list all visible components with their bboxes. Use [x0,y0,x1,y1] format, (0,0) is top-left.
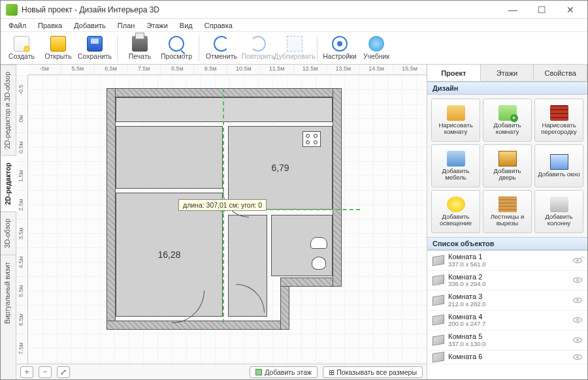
magnifier-icon [169,36,184,52]
ruler-vertical: -0.50м0.5м 1.5м2.5м3.5м 4.5м5.5м6.5м 7.5… [16,75,28,364]
maximize-button[interactable]: ☐ [527,1,556,19]
visibility-icon[interactable] [573,298,582,303]
window-icon [550,154,568,170]
help-icon [368,36,384,52]
zoom-fit-button[interactable]: ⤢ [57,366,70,378]
tool-add-window[interactable]: Добавить окно [534,144,583,187]
separator [317,35,318,61]
workspace: -5м5.5м6.5м 7.5м8.5м9.5м 10.5м11.5м12.5м… [16,65,427,379]
tool-stairs[interactable]: Лестницы и вырезы [483,190,532,233]
cube-icon [433,334,444,345]
bulb-icon [447,197,465,212]
new-icon [14,36,29,52]
menu-help[interactable]: Справка [199,20,238,31]
tool-grid: Нарисовать комнату Добавить комнату Нари… [427,95,587,237]
list-item[interactable]: Комната 6 [427,351,587,364]
list-item[interactable]: Комната 2336.0 x 294.0 [427,271,587,291]
save-icon [87,36,103,52]
tool-add-furniture[interactable]: Добавить мебель [431,144,480,187]
tab-2d-editor[interactable]: 2D-редактор [1,155,16,212]
tool-draw-room[interactable]: Нарисовать комнату [431,99,480,142]
minimize-button[interactable]: — [498,1,527,19]
tab-3d-view[interactable]: 3D-обзор [1,212,16,255]
list-item[interactable]: Комната 5337.0 x 130.0 [427,330,587,351]
tool-draw-wall[interactable]: Нарисовать перегородку [534,99,583,142]
show-dimensions-button[interactable]: ⊞Показывать все размеры [323,366,423,378]
open-icon [50,36,66,52]
preview-button[interactable]: Просмотр [159,33,193,63]
stairs-icon [498,197,517,212]
length-tooltip: длина: 307,01 см; угол: 0 [178,199,267,211]
menu-file[interactable]: Файл [3,20,31,31]
visibility-icon[interactable] [573,317,582,323]
menu-edit[interactable]: Правка [33,20,67,31]
gear-icon [332,36,348,52]
duplicate-icon [287,36,302,52]
zoom-out-button[interactable]: － [39,366,52,378]
ruler-horizontal: -5м5.5м6.5м 7.5м8.5м9.5м 10.5м11.5м12.5м… [28,65,427,75]
menu-view[interactable]: Вид [174,20,198,31]
add-floor-button[interactable]: Добавить этаж [250,366,318,378]
undo-button[interactable]: Отменить [204,33,238,63]
chair-icon [447,151,465,166]
cube-icon [433,351,444,362]
column-icon [550,197,568,212]
menu-add[interactable]: Добавить [69,20,111,31]
undo-icon [214,36,229,52]
separator [117,35,118,61]
tab-2d-3d[interactable]: 2D-редактор и 3D-обзор [1,65,16,155]
list-item[interactable]: Комната 4200.0 x 247.7 [427,311,587,331]
cube-icon [433,315,444,326]
left-tabs: 2D-редактор и 3D-обзор 2D-редактор 3D-об… [1,65,16,379]
visibility-icon[interactable] [573,338,582,343]
tool-add-door[interactable]: Добавить дверь [483,144,532,187]
sidebar-tabs: Проект Этажи Свойства [427,65,587,82]
objects-panel-title: Список объектов [427,237,587,250]
menu-floors[interactable]: Этажи [141,20,172,31]
app-icon [6,4,18,16]
print-button[interactable]: Печать [123,33,157,63]
visibility-icon[interactable] [573,355,582,360]
close-button[interactable]: ✕ [556,1,585,19]
tool-add-light[interactable]: Добавить освещение [431,190,480,233]
zoom-in-button[interactable]: ＋ [20,366,33,378]
tab-floors[interactable]: Этажи [481,65,534,81]
tool-add-room[interactable]: Добавить комнату [483,99,532,142]
canvas[interactable]: 6,79 16,28 [28,75,427,364]
tab-virtual-visit[interactable]: Виртуальный визит [1,255,16,330]
design-panel-title: Дизайн [427,82,587,95]
visibility-icon[interactable] [573,258,582,263]
room-area-big: 16,28 [157,249,180,260]
brick-icon [550,105,568,121]
tool-add-column[interactable]: Добавить колонну [534,190,583,233]
menubar: Файл Правка Добавить План Этажи Вид Спра… [1,19,587,32]
separator [199,35,199,61]
cube-icon [433,294,444,306]
sidebar: Проект Этажи Свойства Дизайн Нарисовать … [427,65,587,379]
redo-icon [250,36,266,52]
list-item[interactable]: Комната 3212.0 x 282.0 [427,291,587,311]
settings-button[interactable]: Настройки [323,33,357,63]
main-area: 2D-редактор и 3D-обзор 2D-редактор 3D-об… [1,65,587,379]
toolbar: Создать Открыть Сохранить Печать Просмот… [1,32,587,65]
cube-icon [433,255,444,266]
tab-project[interactable]: Проект [427,65,481,81]
tab-properties[interactable]: Свойства [534,65,587,81]
cube-icon [433,275,444,286]
window-title: Новый проект - Дизайн Интерьера 3D [22,5,498,14]
duplicate-button[interactable]: Дублировать [278,33,312,63]
tutorial-button[interactable]: Учебник [359,33,393,63]
visibility-icon[interactable] [573,277,582,283]
open-button[interactable]: Открыть [41,33,75,63]
titlebar: Новый проект - Дизайн Интерьера 3D — ☐ ✕ [1,1,587,19]
menu-plan[interactable]: План [112,20,140,31]
list-item[interactable]: Комната 1337.0 x 561.0 [427,251,587,271]
save-button[interactable]: Сохранить [78,33,112,63]
room-area-small: 6,79 [271,163,289,173]
add-room-icon [498,105,517,121]
object-list[interactable]: ︿ Комната 1337.0 x 561.0 Комната 2336.0 … [427,250,587,379]
door-icon [498,151,517,166]
create-button[interactable]: Создать [5,33,39,63]
redo-button[interactable]: Повторить [241,33,275,63]
sink-icon [310,237,327,249]
